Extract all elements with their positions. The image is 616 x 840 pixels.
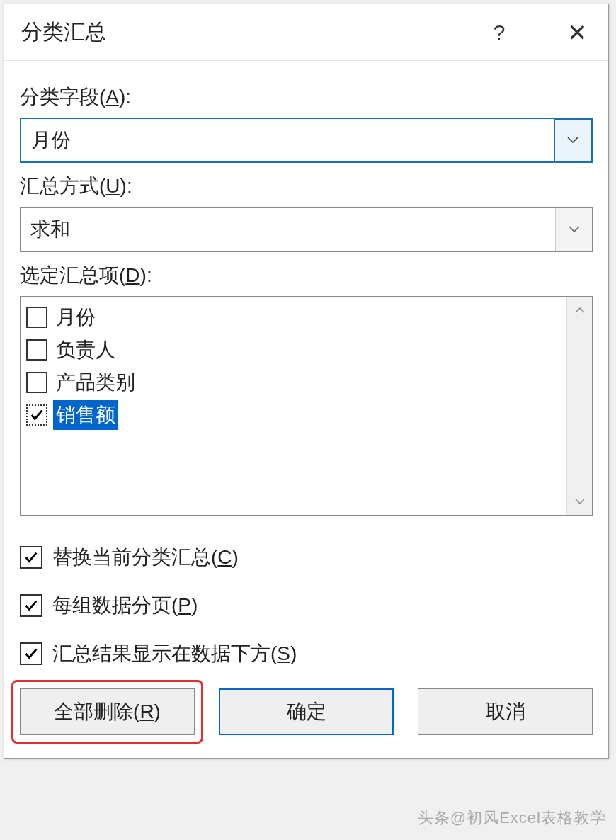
close-icon[interactable]: ✕	[563, 18, 591, 47]
remove-all-wrap: 全部删除(R)	[20, 688, 195, 735]
items-listbox[interactable]: 月份 负责人 产品类别 销售额	[20, 296, 593, 516]
cancel-wrap: 取消	[418, 688, 593, 735]
group-by-combo[interactable]: 月份	[20, 118, 593, 163]
list-item-label: 产品类别	[53, 368, 138, 397]
titlebar: 分类汇总 ? ✕	[4, 4, 608, 61]
page-break-checkbox[interactable]: 每组数据分页(P)	[20, 592, 593, 619]
checkbox-icon[interactable]	[26, 372, 47, 393]
checkbox-icon[interactable]	[26, 404, 47, 426]
scroll-up-icon[interactable]	[575, 304, 585, 317]
function-label: 汇总方式(U):	[20, 173, 593, 200]
list-item[interactable]: 产品类别	[23, 366, 564, 399]
dialog-title: 分类汇总	[21, 18, 485, 47]
list-item[interactable]: 销售额	[23, 399, 564, 431]
ok-wrap: 确定	[219, 688, 394, 735]
summary-below-checkbox[interactable]: 汇总结果显示在数据下方(S)	[20, 640, 593, 667]
items-label: 选定汇总项(D):	[20, 262, 593, 289]
subtotal-dialog: 分类汇总 ? ✕ 分类字段(A): 月份 汇总方式(U): 求和 选定汇总项(D…	[4, 4, 609, 759]
remove-all-button[interactable]: 全部删除(R)	[20, 688, 195, 735]
checkbox-icon[interactable]	[26, 339, 47, 361]
chevron-down-icon[interactable]	[555, 208, 592, 251]
checkbox-icon	[20, 594, 42, 617]
function-combo[interactable]: 求和	[20, 207, 593, 252]
checkbox-icon[interactable]	[26, 307, 47, 328]
titlebar-buttons: ? ✕	[485, 18, 591, 47]
list-items: 月份 负责人 产品类别 销售额	[21, 297, 566, 515]
options-group: 替换当前分类汇总(C) 每组数据分页(P) 汇总结果显示在数据下方(S)	[20, 544, 593, 667]
group-by-value: 月份	[21, 127, 554, 154]
list-item-label: 负责人	[53, 335, 118, 365]
list-item-label: 销售额	[53, 400, 118, 430]
replace-current-checkbox[interactable]: 替换当前分类汇总(C)	[20, 544, 593, 571]
function-value: 求和	[21, 216, 555, 243]
scroll-down-icon[interactable]	[575, 495, 585, 508]
dialog-body: 分类字段(A): 月份 汇总方式(U): 求和 选定汇总项(D): 月份	[4, 61, 608, 758]
button-row: 全部删除(R) 确定 取消	[20, 688, 593, 751]
list-item[interactable]: 负责人	[23, 334, 564, 366]
help-icon[interactable]: ?	[485, 21, 513, 45]
list-item-label: 月份	[53, 302, 98, 332]
checkbox-icon	[20, 546, 42, 569]
group-by-label: 分类字段(A):	[20, 84, 593, 110]
list-item[interactable]: 月份	[23, 301, 564, 334]
ok-button[interactable]: 确定	[219, 688, 394, 735]
watermark: 头条@初风Excel表格教学	[418, 807, 606, 829]
chevron-down-icon[interactable]	[554, 119, 591, 161]
scrollbar[interactable]	[566, 297, 592, 515]
checkbox-icon	[20, 642, 42, 665]
cancel-button[interactable]: 取消	[418, 688, 593, 735]
